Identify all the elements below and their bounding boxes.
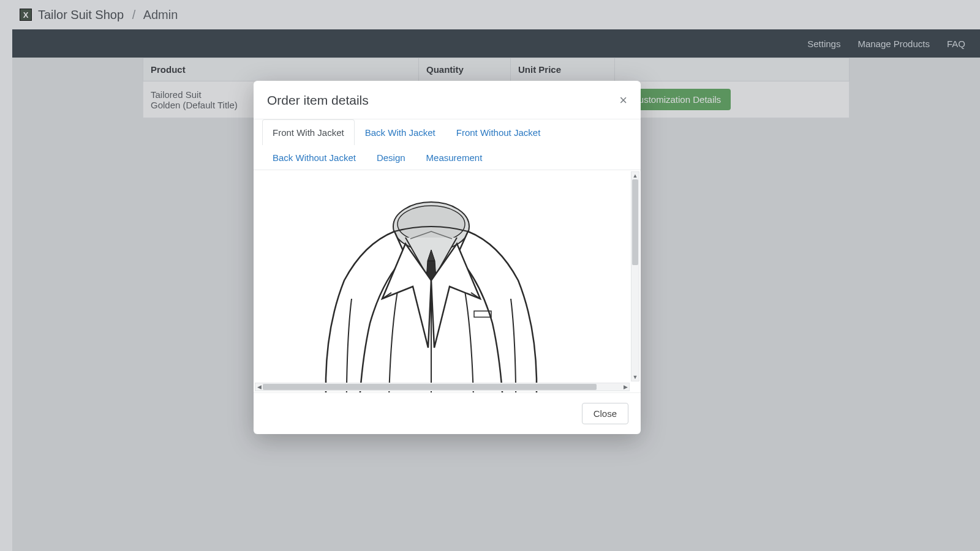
suit-preview — [254, 170, 641, 392]
horizontal-scrollbar[interactable]: ◀ ▶ — [255, 383, 630, 391]
modal-body: ▲ ▼ ◀ ▶ — [254, 170, 641, 393]
tab-measurement[interactable]: Measurement — [416, 144, 493, 170]
modal-tabs: Front With Jacket Back With Jacket Front… — [254, 119, 641, 170]
scroll-up-arrow-icon[interactable]: ▲ — [631, 172, 639, 179]
modal-header: Order item details × — [254, 81, 641, 119]
close-icon[interactable]: × — [619, 94, 627, 107]
scroll-left-arrow-icon[interactable]: ◀ — [255, 383, 263, 391]
tab-design[interactable]: Design — [366, 144, 416, 170]
scroll-down-arrow-icon[interactable]: ▼ — [631, 373, 639, 381]
modal-title: Order item details — [267, 93, 369, 108]
horizontal-scroll-thumb[interactable] — [263, 384, 597, 390]
vertical-scrollbar[interactable]: ▲ ▼ — [631, 171, 639, 381]
tab-front-with-jacket[interactable]: Front With Jacket — [262, 119, 355, 145]
page: X Tailor Suit Shop / Admin Settings Mana… — [0, 0, 980, 551]
tab-back-with-jacket[interactable]: Back With Jacket — [355, 119, 446, 145]
scroll-right-arrow-icon[interactable]: ▶ — [622, 383, 629, 391]
vertical-scroll-thumb[interactable] — [632, 179, 638, 265]
modal-footer: Close — [254, 393, 641, 434]
close-button[interactable]: Close — [582, 403, 628, 424]
tab-front-without-jacket[interactable]: Front Without Jacket — [446, 119, 551, 145]
order-item-details-modal: Order item details × Front With Jacket B… — [254, 81, 641, 434]
suit-jacket-front-icon — [290, 189, 572, 392]
svg-point-1 — [398, 206, 465, 242]
tab-back-without-jacket[interactable]: Back Without Jacket — [262, 144, 366, 170]
